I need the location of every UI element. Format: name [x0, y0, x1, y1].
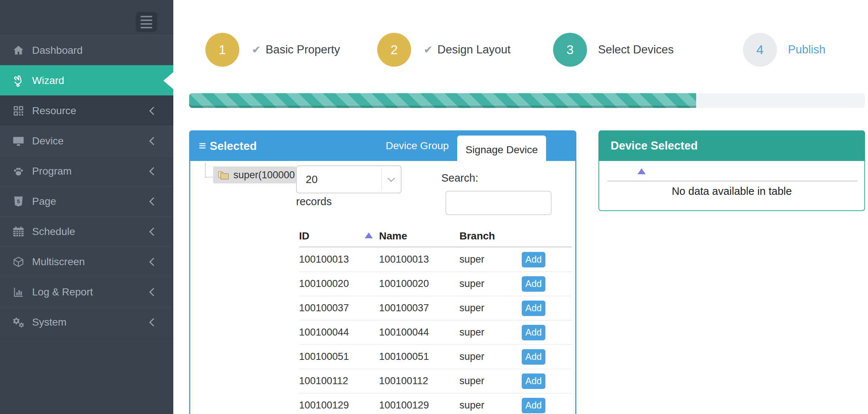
search-input[interactable] [445, 191, 552, 215]
html5-icon: 5 [12, 195, 25, 208]
add-device-button[interactable]: Add [522, 325, 545, 340]
column-header-name[interactable]: Name [379, 226, 459, 247]
table-row: 100100044 100100044 super Add [299, 320, 572, 345]
chevron-left-icon [149, 167, 158, 175]
empty-table-message: No data available in table [599, 185, 864, 197]
chevron-left-icon [149, 257, 158, 266]
step-number-badge: 2 [377, 33, 411, 67]
sidebar-item-page[interactable]: 5 Page [0, 186, 173, 216]
wizard-step-4[interactable]: 4 Publish [743, 33, 826, 67]
search-label: Search: [441, 172, 478, 184]
chevron-left-icon [149, 318, 158, 326]
tree-connector [205, 163, 214, 178]
wizard-step-2[interactable]: 2 ✔ Design Layout [377, 33, 511, 67]
tree-node-super[interactable]: super(100000 [213, 166, 296, 183]
home-icon [12, 44, 25, 57]
sidebar-item-system[interactable]: System [0, 307, 173, 337]
column-header-branch[interactable]: Branch [459, 226, 522, 247]
selected-panel-header: ≡Selected Device Group Signage Device [189, 130, 576, 161]
sidebar-item-multiscreen[interactable]: Multiscreen [0, 246, 173, 277]
bar-chart-icon [12, 286, 25, 298]
cell-branch: super [459, 393, 522, 414]
chevron-left-icon [149, 288, 158, 296]
hand-pointer-icon [12, 74, 25, 87]
step-label: Design Layout [437, 43, 510, 56]
sidebar-item-label: Multiscreen [32, 256, 85, 268]
sidebar-item-label: System [32, 316, 66, 328]
cell-branch: super [459, 345, 522, 369]
cell-name: 100100051 [379, 345, 459, 369]
table-row: 100100020 100100020 super Add [299, 272, 572, 296]
wizard-step-1[interactable]: 1 ✔ Basic Property [205, 33, 340, 67]
column-header-action [522, 226, 572, 247]
add-device-button[interactable]: Add [522, 276, 545, 292]
sidebar-item-label: Schedule [32, 226, 75, 238]
sidebar-menu: Dashboard Wizard Resource [0, 35, 173, 337]
table-row: 100100037 100100037 super Add [299, 296, 572, 320]
menu-icon: ≡ [199, 138, 206, 152]
sidebar-item-wizard[interactable]: Wizard [0, 65, 173, 95]
monitor-icon [12, 135, 25, 147]
selected-panel-title: ≡Selected [199, 130, 257, 161]
cell-branch: super [459, 296, 522, 320]
add-device-button[interactable]: Add [522, 373, 545, 389]
wizard-progress-track [189, 93, 865, 108]
table-header-divider [607, 180, 858, 182]
select-caret-box [381, 168, 401, 190]
tab-signage-device[interactable]: Signage Device [457, 136, 546, 164]
wizard-step-3[interactable]: 3 Select Devices [553, 33, 674, 67]
app-window: Dashboard Wizard Resource [0, 0, 868, 414]
table-row: 100100013 100100013 super Add [299, 247, 572, 272]
records-length-select[interactable]: 20 [296, 165, 402, 193]
device-selected-body: No data available in table [598, 161, 865, 211]
sidebar-item-label: Resource [32, 105, 76, 117]
sidebar-item-label: Log & Report [32, 286, 93, 298]
sort-ascending-icon [365, 232, 373, 238]
add-device-button[interactable]: Add [522, 398, 545, 413]
check-icon: ✔ [252, 43, 261, 56]
selected-panel-body: super(100000 20 records Search: ID Name … [189, 161, 576, 414]
step-number-badge: 1 [205, 33, 239, 67]
table-row: 100100051 100100051 super Add [299, 345, 572, 369]
sidebar-item-resource[interactable]: Resource [0, 95, 173, 126]
records-length-suffix: records [296, 196, 332, 208]
device-selected-title: Device Selected [598, 130, 865, 161]
sidebar-item-program[interactable]: Program [0, 156, 173, 186]
table-row: 100100112 100100112 super Add [299, 369, 572, 393]
wizard-progress-fill [189, 93, 696, 108]
add-device-button[interactable]: Add [522, 349, 545, 365]
cell-id: 100100112 [299, 369, 379, 393]
svg-text:5: 5 [17, 198, 20, 204]
chevron-left-icon [149, 106, 158, 115]
add-device-button[interactable]: Add [522, 301, 545, 316]
sidebar: Dashboard Wizard Resource [0, 0, 173, 414]
sidebar-item-schedule[interactable]: Schedule [0, 216, 173, 246]
column-header-id[interactable]: ID [299, 226, 379, 247]
tab-device-group[interactable]: Device Group [386, 130, 449, 161]
gears-icon [12, 316, 25, 329]
sidebar-item-log-report[interactable]: Log & Report [0, 277, 173, 307]
step-label: Select Devices [598, 43, 674, 56]
step-label: Basic Property [265, 43, 340, 56]
cell-id: 100100051 [299, 345, 379, 369]
records-length-value: 20 [306, 166, 317, 193]
sidebar-item-dashboard[interactable]: Dashboard [0, 35, 173, 65]
cell-branch: super [459, 247, 522, 272]
cell-name: 100100112 [379, 369, 459, 393]
devices-table: ID Name Branch 100100013 100100013 super… [299, 226, 572, 414]
cube-icon [12, 256, 25, 268]
chevron-left-icon [149, 197, 158, 206]
sidebar-item-device[interactable]: Device [0, 126, 173, 156]
step-number-badge: 4 [743, 33, 777, 67]
cell-id: 100100044 [299, 320, 379, 345]
add-device-button[interactable]: Add [522, 252, 545, 267]
calendar-icon [12, 225, 25, 238]
sidebar-toggle-button[interactable] [136, 12, 157, 32]
chevron-left-icon [149, 137, 158, 145]
sidebar-item-label: Program [32, 165, 72, 177]
cell-branch: super [459, 320, 522, 345]
chevron-down-icon [388, 175, 395, 182]
device-selected-panel: Device Selected No data available in tab… [598, 130, 865, 211]
cell-branch: super [459, 272, 522, 296]
sidebar-item-label: Dashboard [32, 45, 83, 56]
